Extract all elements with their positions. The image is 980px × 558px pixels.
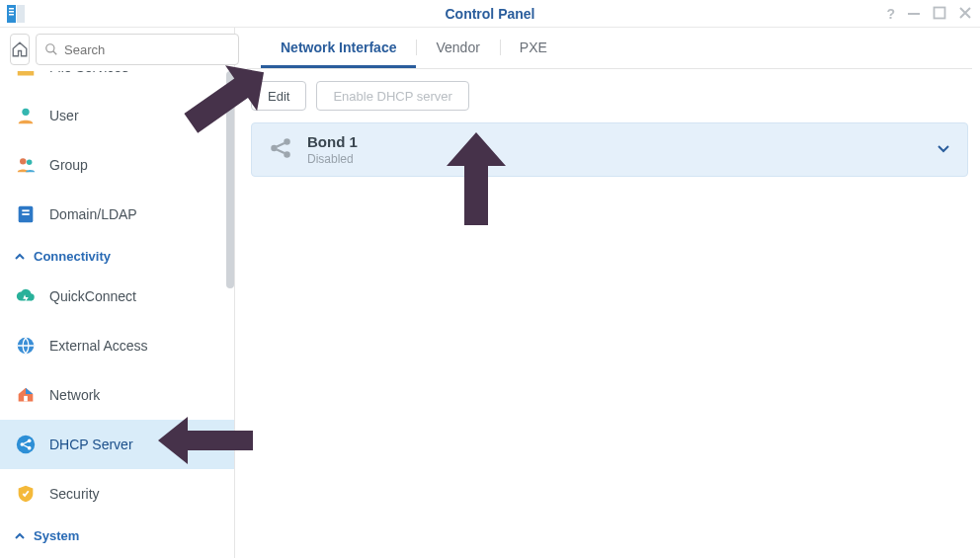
titlebar: Control Panel ? — [0, 0, 980, 28]
sidebar-item-external-access[interactable]: External Access — [0, 321, 234, 370]
sidebar-item-group[interactable]: Group — [0, 140, 234, 190]
tabbar: Network Interface Vendor PXE — [247, 28, 972, 69]
network-icon — [14, 383, 38, 407]
svg-rect-2 — [9, 8, 14, 10]
svg-point-16 — [17, 436, 35, 453]
chevron-up-icon — [14, 251, 26, 263]
sidebar-section-connectivity[interactable]: Connectivity — [0, 239, 234, 272]
sidebar-section-system[interactable]: System — [0, 518, 234, 551]
share-icon — [268, 135, 293, 164]
dhcp-icon — [14, 433, 38, 456]
svg-rect-5 — [908, 13, 920, 15]
toolbar: Edit Enable DHCP server — [247, 69, 972, 122]
svg-rect-4 — [9, 14, 14, 16]
sidebar-item-network[interactable]: Network — [0, 370, 234, 420]
sidebar-item-dhcp-server[interactable]: DHCP Server — [0, 420, 234, 469]
maximize-button[interactable] — [933, 6, 946, 23]
globe-icon — [14, 334, 38, 358]
svg-rect-1 — [17, 5, 25, 23]
home-icon — [11, 40, 29, 58]
edit-button[interactable]: Edit — [251, 81, 306, 111]
svg-point-21 — [284, 138, 290, 145]
app-icon — [4, 2, 28, 26]
cloud-bolt-icon — [14, 284, 38, 308]
svg-rect-3 — [9, 11, 14, 13]
svg-point-8 — [22, 109, 29, 116]
tab-vendor[interactable]: Vendor — [416, 30, 499, 68]
main-panel: Network Interface Vendor PXE Edit Enable… — [235, 28, 980, 558]
svg-point-22 — [284, 151, 290, 158]
svg-point-9 — [20, 158, 26, 164]
svg-rect-15 — [24, 396, 28, 402]
window-title: Control Panel — [445, 6, 534, 22]
chevron-up-icon — [14, 530, 26, 542]
scrollbar[interactable] — [226, 71, 234, 288]
tab-pxe[interactable]: PXE — [500, 30, 567, 68]
close-button[interactable] — [958, 6, 972, 23]
search-input[interactable] — [64, 42, 230, 57]
shield-icon — [14, 482, 38, 506]
svg-rect-6 — [935, 7, 945, 18]
minimize-button[interactable] — [907, 6, 921, 23]
sidebar: File Services User Group Domain/LDAP Con… — [0, 28, 235, 558]
folder-icon — [14, 71, 38, 81]
search-icon — [44, 42, 58, 56]
svg-rect-12 — [22, 209, 29, 211]
sidebar-item-user[interactable]: User — [0, 91, 234, 140]
search-input-wrap[interactable] — [36, 34, 239, 65]
svg-point-10 — [27, 160, 32, 166]
interface-name: Bond 1 — [307, 133, 922, 150]
svg-point-7 — [46, 44, 54, 52]
sidebar-item-security[interactable]: Security — [0, 469, 234, 518]
sidebar-item-quickconnect[interactable]: QuickConnect — [0, 272, 234, 321]
group-icon — [14, 153, 38, 177]
chevron-down-icon — [936, 140, 951, 159]
svg-rect-13 — [22, 213, 29, 215]
enable-dhcp-button[interactable]: Enable DHCP server — [316, 81, 468, 111]
tab-network-interface[interactable]: Network Interface — [261, 30, 416, 68]
interface-row-bond1[interactable]: Bond 1 Disabled — [251, 122, 968, 177]
user-icon — [14, 104, 38, 127]
interface-status: Disabled — [307, 152, 922, 166]
domain-icon — [14, 202, 38, 226]
svg-point-20 — [271, 145, 278, 152]
sidebar-item-domain-ldap[interactable]: Domain/LDAP — [0, 190, 234, 239]
sidebar-item-file-services[interactable]: File Services — [0, 71, 234, 91]
home-button[interactable] — [10, 34, 30, 65]
help-icon[interactable]: ? — [886, 6, 895, 22]
